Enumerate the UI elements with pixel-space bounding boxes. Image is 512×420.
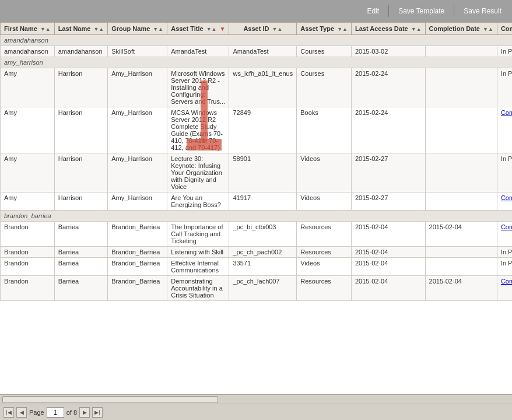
cell-last-access-date: 2015-02-04	[352, 258, 426, 276]
sort-icon-asset-id: ▼▲	[272, 26, 282, 32]
cell-completion-date	[425, 68, 497, 107]
cell-group-name: Brandon_Barriea	[108, 247, 167, 258]
cell-completion-date	[425, 153, 497, 192]
cell-group-name: Brandon_Barriea	[108, 258, 167, 276]
table-group-row: amy_harrison	[1, 57, 513, 68]
cell-last-name: Harrison	[54, 107, 108, 153]
cell-last-access-date: 2015-03-02	[352, 46, 426, 57]
cell-last-name: Barriea	[54, 276, 108, 301]
app: Edit Save Template Save Result First Nam…	[0, 0, 512, 420]
first-page-button[interactable]: |◀	[3, 407, 14, 418]
table-body: amandahansonamandahansonamandahansonSkil…	[1, 35, 513, 301]
cell-group-name: SkillSoft	[108, 46, 167, 57]
next-page-button[interactable]: ▶	[79, 407, 90, 418]
cell-asset-title: MCSA Windows Server 2012 R2 Complete Stu…	[167, 107, 229, 153]
table-row: BrandonBarrieaBrandon_BarrieaThe Importa…	[1, 222, 513, 247]
cell-first-name: Brandon	[1, 276, 55, 301]
cell-asset-id: 58901	[229, 153, 297, 192]
col-asset-title[interactable]: Asset Title ▼▲ ▼	[167, 23, 229, 35]
cell-completion-status[interactable]: Completed	[497, 192, 512, 211]
cell-group-name: Brandon_Barriea	[108, 222, 167, 247]
table-row: BrandonBarrieaBrandon_BarrieaDemonstrati…	[1, 276, 513, 301]
sort-icon-asset-title: ▼▲	[206, 26, 217, 32]
col-last-access-date-label: Last Access Date	[355, 25, 408, 32]
cell-last-name: Harrison	[54, 192, 108, 211]
cell-last-name: Harrison	[54, 68, 108, 107]
cell-completion-status: In Progress	[497, 46, 512, 57]
cell-completion-date	[425, 247, 497, 258]
cell-last-name: amandahanson	[54, 46, 108, 57]
cell-last-name: Barriea	[54, 222, 108, 247]
col-completion-date[interactable]: Completion Date ▼▲	[425, 23, 497, 35]
cell-asset-id: 41917	[229, 192, 297, 211]
cell-first-name: Amy	[1, 153, 55, 192]
cell-asset-id: _pc_bi_ctbi003	[229, 222, 297, 247]
cell-completion-status[interactable]: Completed	[497, 222, 512, 247]
page-number-input[interactable]	[47, 407, 64, 418]
cell-asset-type: Videos	[297, 153, 352, 192]
col-first-name[interactable]: First Name ▼▲	[1, 23, 55, 35]
cell-completion-date	[425, 258, 497, 276]
cell-asset-title: The Importance of Call Tracking and Tick…	[167, 222, 229, 247]
cell-asset-type: Courses	[297, 46, 352, 57]
table-row: AmyHarrisonAmy_HarrisonMCSA Windows Serv…	[1, 107, 513, 153]
table-row: AmyHarrisonAmy_HarrisonMicrosoft Windows…	[1, 68, 513, 107]
cell-completion-status: In Progress	[497, 153, 512, 192]
cell-asset-title: Are You an Energizing Boss?	[167, 192, 229, 211]
cell-completion-status[interactable]: Completed	[497, 107, 512, 153]
col-asset-id-label: Asset ID	[243, 25, 269, 32]
cell-first-name: Amy	[1, 68, 55, 107]
cell-completion-date	[425, 107, 497, 153]
col-asset-type[interactable]: Asset Type ▼▲	[297, 23, 352, 35]
cell-last-access-date: 2015-02-27	[352, 192, 426, 211]
cell-first-name: Amy	[1, 107, 55, 153]
sort-icon-first-name: ▼▲	[40, 26, 51, 32]
cell-first-name: Brandon	[1, 222, 55, 247]
cell-asset-type: Videos	[297, 192, 352, 211]
table-row: BrandonBarrieaBrandon_BarrieaListening w…	[1, 247, 513, 258]
col-group-name[interactable]: Group Name ▼▲	[108, 23, 167, 35]
col-completion-status[interactable]: Completion Status ▼▲	[497, 23, 512, 35]
toolbar: Edit Save Template Save Result	[0, 0, 512, 22]
cell-group-name: Amy_Harrison	[108, 107, 167, 153]
cell-last-access-date: 2015-02-04	[352, 276, 426, 301]
cell-asset-type: Courses	[297, 68, 352, 107]
cell-completion-date	[425, 46, 497, 57]
toolbar-separator-1	[388, 5, 389, 17]
prev-page-button[interactable]: ◀	[16, 407, 27, 418]
cell-asset-type: Resources	[297, 247, 352, 258]
cell-asset-id: _pc_ch_lach007	[229, 276, 297, 301]
table-row: BrandonBarrieaBrandon_BarrieaEffective I…	[1, 258, 513, 276]
edit-button[interactable]: Edit	[362, 5, 384, 18]
horizontal-scrollbar[interactable]	[0, 394, 512, 404]
cell-asset-title: Lecture 30: Keynote: Infusing Your Organ…	[167, 153, 229, 192]
col-completion-date-label: Completion Date	[429, 25, 480, 32]
col-group-name-label: Group Name	[111, 25, 150, 32]
hscroll-thumb[interactable]	[2, 396, 218, 403]
cell-completion-status: In Progress	[497, 247, 512, 258]
col-last-name-label: Last Name	[58, 25, 91, 32]
sort-icon-group-name: ▼▲	[153, 26, 163, 32]
cell-last-access-date: 2015-02-04	[352, 247, 426, 258]
col-asset-title-label: Asset Title	[171, 25, 203, 32]
col-last-name[interactable]: Last Name ▼▲	[54, 23, 108, 35]
col-asset-id[interactable]: Asset ID ▼▲	[229, 23, 297, 35]
cell-last-access-date: 2015-02-24	[352, 68, 426, 107]
save-template-button[interactable]: Save Template	[394, 5, 449, 18]
cell-group-name: Amy_Harrison	[108, 68, 167, 107]
cell-last-name: Barriea	[54, 258, 108, 276]
col-first-name-label: First Name	[4, 25, 37, 32]
cell-asset-type: Resources	[297, 222, 352, 247]
cell-last-access-date: 2015-02-04	[352, 222, 426, 247]
cell-asset-title: Effective Internal Communications	[167, 258, 229, 276]
last-page-button[interactable]: ▶|	[92, 407, 103, 418]
table-scroll[interactable]: First Name ▼▲ Last Name ▼▲ Group Name ▼▲	[0, 22, 512, 394]
toolbar-separator-2	[454, 5, 454, 17]
col-last-access-date[interactable]: Last Access Date ▼▲	[352, 23, 426, 35]
cell-asset-title: Microsoft Windows Server 2012 R2 - Insta…	[167, 68, 229, 107]
table-row: AmyHarrisonAmy_HarrisonAre You an Energi…	[1, 192, 513, 211]
sort-icon-last-access-date: ▼▲	[411, 26, 422, 32]
cell-completion-status[interactable]: Completed	[497, 276, 512, 301]
save-result-button[interactable]: Save Result	[459, 5, 506, 18]
sort-icon-completion-date: ▼▲	[483, 26, 493, 32]
